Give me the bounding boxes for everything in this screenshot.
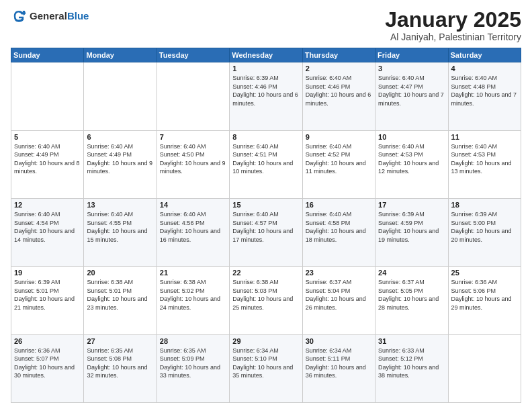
day-number: 18 (451, 201, 518, 209)
day-info: Sunrise: 6:40 AM Sunset: 4:46 PM Dayligh… (306, 74, 372, 107)
calendar-cell: 21Sunrise: 6:38 AM Sunset: 5:02 PM Dayli… (157, 267, 229, 334)
day-number: 8 (232, 133, 299, 141)
calendar-cell (84, 62, 157, 130)
day-info: Sunrise: 6:40 AM Sunset: 4:49 PM Dayligh… (14, 142, 81, 176)
title-block: January 2025 Al Janiyah, Palestinian Ter… (385, 8, 521, 42)
day-info: Sunrise: 6:40 AM Sunset: 4:53 PM Dayligh… (451, 142, 518, 176)
calendar-cell: 13Sunrise: 6:40 AM Sunset: 4:55 PM Dayli… (84, 198, 157, 266)
calendar-week-row-0: 1Sunrise: 6:39 AM Sunset: 4:46 PM Daylig… (11, 62, 521, 130)
day-info: Sunrise: 6:40 AM Sunset: 4:57 PM Dayligh… (232, 210, 299, 244)
day-number: 12 (14, 201, 81, 209)
day-info: Sunrise: 6:40 AM Sunset: 4:55 PM Dayligh… (87, 210, 153, 244)
calendar-title: January 2025 (385, 8, 521, 32)
day-number: 2 (306, 64, 372, 73)
logo: GeneralBlue (11, 8, 89, 24)
calendar-cell (157, 62, 229, 130)
calendar-cell: 17Sunrise: 6:39 AM Sunset: 4:59 PM Dayli… (375, 198, 448, 266)
header-wednesday: Wednesday (230, 48, 302, 62)
day-info: Sunrise: 6:37 AM Sunset: 5:05 PM Dayligh… (378, 278, 445, 312)
calendar-cell: 1Sunrise: 6:39 AM Sunset: 4:46 PM Daylig… (230, 62, 302, 130)
day-info: Sunrise: 6:39 AM Sunset: 5:00 PM Dayligh… (451, 210, 518, 244)
day-number: 24 (378, 269, 445, 277)
day-number: 28 (160, 337, 226, 345)
day-info: Sunrise: 6:40 AM Sunset: 4:49 PM Dayligh… (87, 142, 153, 176)
calendar-cell: 14Sunrise: 6:40 AM Sunset: 4:56 PM Dayli… (157, 198, 229, 266)
calendar-cell: 25Sunrise: 6:36 AM Sunset: 5:06 PM Dayli… (448, 267, 521, 334)
day-number: 20 (87, 269, 153, 277)
day-number: 5 (14, 133, 81, 141)
header-monday: Monday (84, 48, 157, 62)
calendar-cell: 20Sunrise: 6:38 AM Sunset: 5:01 PM Dayli… (84, 267, 157, 334)
calendar-cell: 31Sunrise: 6:33 AM Sunset: 5:12 PM Dayli… (375, 334, 448, 402)
calendar-subtitle: Al Janiyah, Palestinian Territory (385, 32, 521, 42)
day-info: Sunrise: 6:37 AM Sunset: 5:04 PM Dayligh… (306, 278, 372, 312)
day-info: Sunrise: 6:38 AM Sunset: 5:01 PM Dayligh… (87, 278, 153, 312)
calendar-cell: 22Sunrise: 6:38 AM Sunset: 5:03 PM Dayli… (230, 267, 302, 334)
calendar-week-row-4: 26Sunrise: 6:36 AM Sunset: 5:07 PM Dayli… (11, 334, 521, 402)
calendar-cell: 4Sunrise: 6:40 AM Sunset: 4:48 PM Daylig… (448, 62, 521, 130)
calendar-cell: 7Sunrise: 6:40 AM Sunset: 4:50 PM Daylig… (157, 130, 229, 198)
day-number: 27 (87, 337, 153, 345)
header-thursday: Thursday (302, 48, 375, 62)
calendar-cell: 18Sunrise: 6:39 AM Sunset: 5:00 PM Dayli… (448, 198, 521, 266)
calendar-cell: 3Sunrise: 6:40 AM Sunset: 4:47 PM Daylig… (375, 62, 448, 130)
calendar-cell: 23Sunrise: 6:37 AM Sunset: 5:04 PM Dayli… (302, 267, 375, 334)
day-info: Sunrise: 6:40 AM Sunset: 4:50 PM Dayligh… (160, 142, 226, 176)
header: GeneralBlue January 2025 Al Janiyah, Pal… (11, 8, 521, 42)
calendar-cell: 15Sunrise: 6:40 AM Sunset: 4:57 PM Dayli… (230, 198, 302, 266)
calendar-cell: 8Sunrise: 6:40 AM Sunset: 4:51 PM Daylig… (230, 130, 302, 198)
day-number: 3 (378, 64, 445, 73)
day-info: Sunrise: 6:33 AM Sunset: 5:12 PM Dayligh… (378, 347, 445, 380)
day-info: Sunrise: 6:35 AM Sunset: 5:08 PM Dayligh… (87, 347, 153, 380)
calendar-week-row-1: 5Sunrise: 6:40 AM Sunset: 4:49 PM Daylig… (11, 130, 521, 198)
day-number: 11 (451, 133, 518, 141)
calendar-cell: 11Sunrise: 6:40 AM Sunset: 4:53 PM Dayli… (448, 130, 521, 198)
calendar-cell: 28Sunrise: 6:35 AM Sunset: 5:09 PM Dayli… (157, 334, 229, 402)
day-info: Sunrise: 6:40 AM Sunset: 4:53 PM Dayligh… (378, 142, 445, 176)
day-number: 15 (232, 201, 299, 209)
day-info: Sunrise: 6:40 AM Sunset: 4:51 PM Dayligh… (232, 142, 299, 176)
header-friday: Friday (375, 48, 448, 62)
calendar-cell: 16Sunrise: 6:40 AM Sunset: 4:58 PM Dayli… (302, 198, 375, 266)
weekday-header-row: Sunday Monday Tuesday Wednesday Thursday… (11, 48, 521, 62)
calendar-week-row-2: 12Sunrise: 6:40 AM Sunset: 4:54 PM Dayli… (11, 198, 521, 266)
day-info: Sunrise: 6:40 AM Sunset: 4:58 PM Dayligh… (306, 210, 372, 244)
day-info: Sunrise: 6:40 AM Sunset: 4:48 PM Dayligh… (451, 74, 518, 107)
day-info: Sunrise: 6:40 AM Sunset: 4:52 PM Dayligh… (306, 142, 372, 176)
calendar-cell (448, 334, 521, 402)
day-number: 25 (451, 269, 518, 277)
page: GeneralBlue January 2025 Al Janiyah, Pal… (0, 0, 532, 411)
day-number: 7 (160, 133, 226, 141)
header-saturday: Saturday (448, 48, 521, 62)
day-info: Sunrise: 6:39 AM Sunset: 4:46 PM Dayligh… (232, 74, 299, 107)
day-number: 9 (306, 133, 372, 141)
day-info: Sunrise: 6:40 AM Sunset: 4:56 PM Dayligh… (160, 210, 226, 244)
day-number: 21 (160, 269, 226, 277)
calendar-cell: 12Sunrise: 6:40 AM Sunset: 4:54 PM Dayli… (11, 198, 84, 266)
header-sunday: Sunday (11, 48, 84, 62)
day-info: Sunrise: 6:40 AM Sunset: 4:54 PM Dayligh… (14, 210, 81, 244)
day-info: Sunrise: 6:34 AM Sunset: 5:11 PM Dayligh… (306, 347, 372, 380)
calendar-cell: 24Sunrise: 6:37 AM Sunset: 5:05 PM Dayli… (375, 267, 448, 334)
calendar-cell: 26Sunrise: 6:36 AM Sunset: 5:07 PM Dayli… (11, 334, 84, 402)
day-info: Sunrise: 6:39 AM Sunset: 5:01 PM Dayligh… (14, 278, 81, 312)
calendar-table: Sunday Monday Tuesday Wednesday Thursday… (11, 48, 521, 403)
day-number: 22 (232, 269, 299, 277)
day-number: 30 (306, 337, 372, 345)
calendar-cell: 2Sunrise: 6:40 AM Sunset: 4:46 PM Daylig… (302, 62, 375, 130)
calendar-cell: 19Sunrise: 6:39 AM Sunset: 5:01 PM Dayli… (11, 267, 84, 334)
day-number: 31 (378, 337, 445, 345)
logo-icon (11, 8, 27, 24)
logo-text-general: General (30, 10, 67, 21)
day-number: 17 (378, 201, 445, 209)
day-number: 19 (14, 269, 81, 277)
day-number: 29 (232, 337, 299, 345)
day-info: Sunrise: 6:39 AM Sunset: 4:59 PM Dayligh… (378, 210, 445, 244)
calendar-week-row-3: 19Sunrise: 6:39 AM Sunset: 5:01 PM Dayli… (11, 267, 521, 334)
day-info: Sunrise: 6:40 AM Sunset: 4:47 PM Dayligh… (378, 74, 445, 107)
day-info: Sunrise: 6:35 AM Sunset: 5:09 PM Dayligh… (160, 347, 226, 380)
day-number: 23 (306, 269, 372, 277)
day-number: 1 (232, 64, 299, 73)
calendar-cell: 9Sunrise: 6:40 AM Sunset: 4:52 PM Daylig… (302, 130, 375, 198)
calendar-cell (11, 62, 84, 130)
